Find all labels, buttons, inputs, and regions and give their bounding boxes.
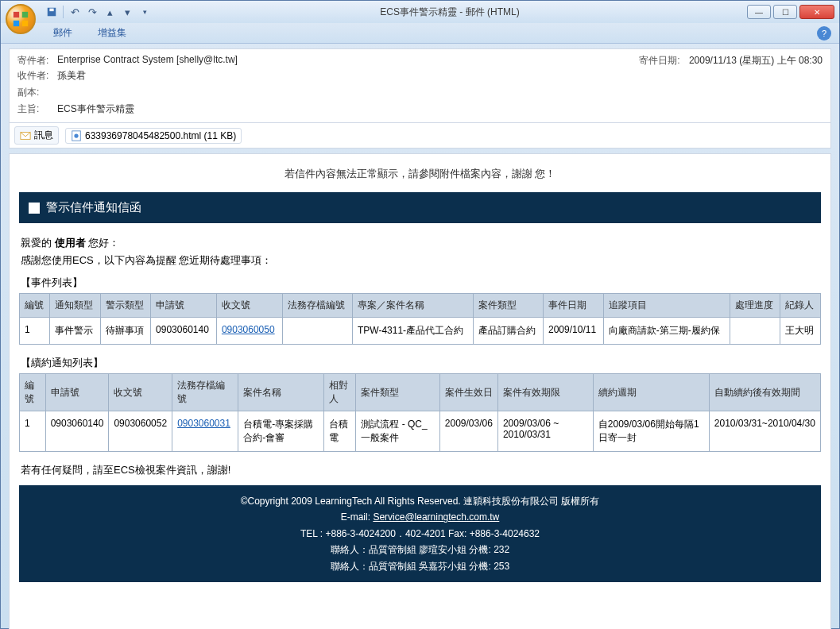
qa-dropdown-icon[interactable]: ▾ [137, 4, 153, 20]
svg-rect-1 [22, 12, 28, 17]
td: 2009/10/11 [544, 318, 604, 345]
th: 案件類型 [356, 374, 440, 411]
attachment-label: 633936978045482500.html (11 KB) [85, 130, 236, 141]
td: 事件警示 [50, 318, 100, 345]
td-link: 0903060031 [172, 411, 238, 452]
redo-icon[interactable]: ↷ [84, 4, 100, 20]
td: 0903060140 [45, 411, 109, 452]
svg-rect-0 [14, 12, 19, 17]
td: 台積電 [324, 411, 356, 452]
minimize-button[interactable]: — [747, 5, 771, 19]
footer-line: 聯絡人：品質管制組 廖瑄安小姐 分機: 232 [27, 542, 813, 558]
td: 2009/03/06 [439, 411, 497, 452]
cc-label: 副本: [17, 86, 57, 99]
th: 相對人 [324, 374, 356, 411]
td: 0903060140 [151, 318, 217, 345]
section-events: 【事件列表】 [21, 276, 819, 290]
th: 申請號 [45, 374, 109, 411]
th: 警示類型 [100, 294, 150, 318]
envelope-icon [20, 130, 31, 141]
subline: 感謝您使用ECS，以下內容為提醒 您近期待處理事項： [21, 253, 819, 268]
footer-email-prefix: E-mail: [341, 511, 374, 523]
td: 待辦事項 [100, 318, 150, 345]
cc-value [57, 86, 823, 99]
th: 追蹤項目 [603, 294, 730, 318]
html-file-icon [71, 130, 82, 141]
close-button[interactable]: ✕ [799, 5, 834, 19]
td: 2009/03/06 ~ 2010/03/31 [497, 411, 593, 452]
message-header: 寄件者: Enterprise Contract System [shelly@… [9, 48, 831, 123]
up-icon[interactable]: ▴ [102, 4, 118, 20]
office-button[interactable] [6, 4, 36, 34]
th: 案件名稱 [238, 374, 324, 411]
td: 1 [20, 411, 46, 452]
window-title: ECS事件警示精靈 - 郵件 (HTML) [153, 6, 747, 19]
attachment-item[interactable]: 633936978045482500.html (11 KB) [65, 128, 242, 144]
svg-rect-3 [22, 21, 28, 26]
down-icon[interactable]: ▾ [119, 4, 135, 20]
svg-point-8 [74, 133, 78, 137]
from-label: 寄件者: [17, 54, 57, 68]
footer-email-link[interactable]: Service@learningtech.com.tw [373, 511, 499, 523]
tab-addins[interactable]: 增益集 [90, 23, 134, 43]
renewals-table: 編號 申請號 收文號 法務存檔編號 案件名稱 相對人 案件類型 案件生效日 案件… [19, 373, 821, 452]
footer-line: 聯絡人：品質管制組 吳嘉芬小姐 分機: 253 [27, 558, 813, 574]
footer: ©Copyright 2009 LearningTech All Rights … [19, 485, 821, 582]
td: 自2009/03/06開始每隔1日寄一封 [593, 411, 709, 452]
maximize-button[interactable]: ☐ [773, 5, 797, 19]
td: 0903060052 [109, 411, 172, 452]
sent-value: 2009/11/13 (星期五) 上午 08:30 [689, 55, 823, 66]
subject-label: 主旨: [17, 102, 57, 116]
svg-rect-5 [49, 9, 53, 12]
th: 通知類型 [50, 294, 100, 318]
attachment-bar: 訊息 633936978045482500.html (11 KB) [9, 123, 831, 149]
td-link: 0903060050 [216, 318, 282, 345]
th: 申請號 [151, 294, 217, 318]
td [282, 318, 352, 345]
th: 事件日期 [544, 294, 604, 318]
from-value: Enterprise Contract System [shelly@ltc.t… [57, 54, 639, 68]
td: 2010/03/31~2010/04/30 [709, 411, 820, 452]
th: 處理進度 [730, 294, 780, 318]
td [730, 318, 780, 345]
th: 紀錄人 [780, 294, 821, 318]
td: 台積電-專案採購合約-會審 [238, 411, 324, 452]
td: 1 [20, 318, 50, 345]
table-header-row: 編號 申請號 收文號 法務存檔編號 案件名稱 相對人 案件類型 案件生效日 案件… [20, 374, 821, 411]
td: 向廠商請款-第三期-履約保 [603, 318, 730, 345]
th: 編號 [20, 294, 50, 318]
message-tab[interactable]: 訊息 [14, 126, 59, 145]
greeting-prefix: 親愛的 [21, 237, 55, 249]
message-tab-label: 訊息 [34, 129, 53, 142]
doc-link[interactable]: 0903060031 [177, 418, 230, 429]
to-label: 收件者: [17, 69, 57, 83]
doc-link[interactable]: 0903060050 [222, 324, 275, 335]
message-body: 若信件內容無法正常顯示，請參閱附件檔案內容，謝謝 您！ 警示信件通知信函 親愛的… [9, 153, 831, 629]
quick-access-toolbar: ↶ ↷ ▴ ▾ ▾ [44, 4, 153, 20]
top-notice: 若信件內容無法正常顯示，請參閱附件檔案內容，謝謝 您！ [19, 167, 821, 181]
footer-line: ©Copyright 2009 LearningTech All Rights … [27, 493, 813, 509]
th: 案件類型 [473, 294, 543, 318]
sent-label: 寄件日期: [639, 55, 679, 66]
undo-icon[interactable]: ↶ [67, 4, 83, 20]
th: 法務存檔編號 [172, 374, 238, 411]
table-header-row: 編號 通知類型 警示類型 申請號 收文號 法務存檔編號 專案／案件名稱 案件類型… [20, 294, 821, 318]
svg-rect-2 [14, 21, 19, 26]
tab-mail[interactable]: 郵件 [45, 23, 80, 43]
greeting: 親愛的 使用者 您好： [21, 236, 819, 250]
section-renewals: 【續約通知列表】 [21, 356, 819, 370]
th: 收文號 [109, 374, 172, 411]
events-table: 編號 通知類型 警示類型 申請號 收文號 法務存檔編號 專案／案件名稱 案件類型… [19, 293, 821, 345]
subject-value: ECS事件警示精靈 [57, 102, 823, 116]
th: 案件有效期限 [497, 374, 593, 411]
save-icon[interactable] [44, 4, 60, 20]
help-icon[interactable]: ? [817, 26, 831, 41]
th: 續約週期 [593, 374, 709, 411]
footer-line: E-mail: Service@learningtech.com.tw [27, 509, 813, 525]
td: 王大明 [780, 318, 821, 345]
separator [63, 6, 64, 18]
to-value: 孫美君 [57, 69, 823, 83]
th: 編號 [20, 374, 46, 411]
footer-line: TEL : +886-3-4024200．402-4201 Fax: +886-… [27, 526, 813, 542]
table-row: 1 事件警示 待辦事項 0903060140 0903060050 TPW-43… [20, 318, 821, 345]
